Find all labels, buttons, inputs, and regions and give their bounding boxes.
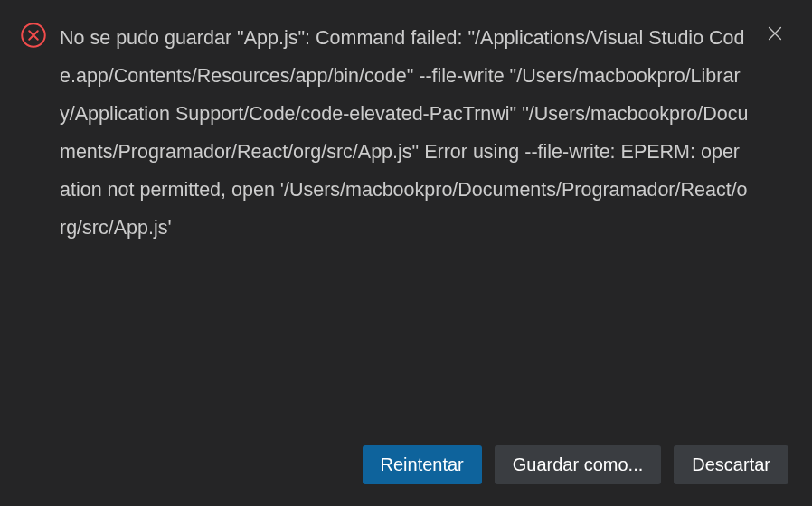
dialog-footer: Reintentar Guardar como... Descartar — [20, 427, 788, 484]
save-as-button[interactable]: Guardar como... — [495, 445, 662, 484]
discard-button[interactable]: Descartar — [674, 445, 788, 484]
close-icon — [765, 23, 785, 46]
error-icon — [20, 22, 47, 49]
error-dialog: No se pudo guardar "App.js": Command fai… — [0, 0, 812, 506]
dialog-close-column — [749, 20, 788, 50]
dialog-header: No se pudo guardar "App.js": Command fai… — [20, 20, 788, 248]
dialog-icon-column — [20, 20, 60, 49]
dialog-message: No se pudo guardar "App.js": Command fai… — [60, 20, 749, 248]
close-button[interactable] — [761, 20, 788, 50]
dialog-message-column: No se pudo guardar "App.js": Command fai… — [60, 20, 749, 248]
retry-button[interactable]: Reintentar — [363, 445, 482, 484]
